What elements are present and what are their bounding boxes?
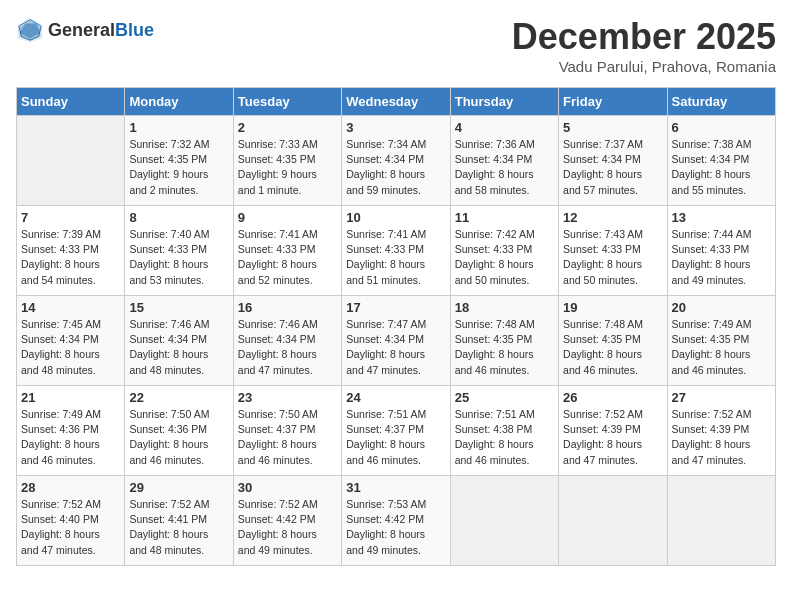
cell-info: Sunrise: 7:52 AMSunset: 4:39 PMDaylight:… [563,407,662,468]
cell-info: Sunrise: 7:40 AMSunset: 4:33 PMDaylight:… [129,227,228,288]
calendar-cell [17,116,125,206]
header: GeneralBlue December 2025 Vadu Parului, … [16,16,776,75]
week-row: 21Sunrise: 7:49 AMSunset: 4:36 PMDayligh… [17,386,776,476]
calendar-cell: 29Sunrise: 7:52 AMSunset: 4:41 PMDayligh… [125,476,233,566]
calendar-cell: 13Sunrise: 7:44 AMSunset: 4:33 PMDayligh… [667,206,775,296]
calendar-cell: 28Sunrise: 7:52 AMSunset: 4:40 PMDayligh… [17,476,125,566]
calendar-cell: 20Sunrise: 7:49 AMSunset: 4:35 PMDayligh… [667,296,775,386]
day-number: 19 [563,300,662,315]
day-number: 20 [672,300,771,315]
cell-info: Sunrise: 7:47 AMSunset: 4:34 PMDaylight:… [346,317,445,378]
month-title: December 2025 [512,16,776,58]
day-number: 24 [346,390,445,405]
calendar-cell: 23Sunrise: 7:50 AMSunset: 4:37 PMDayligh… [233,386,341,476]
subtitle: Vadu Parului, Prahova, Romania [512,58,776,75]
calendar-cell: 24Sunrise: 7:51 AMSunset: 4:37 PMDayligh… [342,386,450,476]
calendar-cell: 14Sunrise: 7:45 AMSunset: 4:34 PMDayligh… [17,296,125,386]
day-number: 25 [455,390,554,405]
day-number: 8 [129,210,228,225]
day-number: 18 [455,300,554,315]
day-number: 27 [672,390,771,405]
logo: GeneralBlue [16,16,154,44]
cell-info: Sunrise: 7:50 AMSunset: 4:36 PMDaylight:… [129,407,228,468]
cell-info: Sunrise: 7:52 AMSunset: 4:40 PMDaylight:… [21,497,120,558]
cell-info: Sunrise: 7:42 AMSunset: 4:33 PMDaylight:… [455,227,554,288]
cell-info: Sunrise: 7:33 AMSunset: 4:35 PMDaylight:… [238,137,337,198]
day-number: 1 [129,120,228,135]
day-header: Thursday [450,88,558,116]
calendar-cell: 18Sunrise: 7:48 AMSunset: 4:35 PMDayligh… [450,296,558,386]
calendar-cell: 5Sunrise: 7:37 AMSunset: 4:34 PMDaylight… [559,116,667,206]
cell-info: Sunrise: 7:44 AMSunset: 4:33 PMDaylight:… [672,227,771,288]
week-row: 28Sunrise: 7:52 AMSunset: 4:40 PMDayligh… [17,476,776,566]
calendar-cell: 22Sunrise: 7:50 AMSunset: 4:36 PMDayligh… [125,386,233,476]
cell-info: Sunrise: 7:48 AMSunset: 4:35 PMDaylight:… [455,317,554,378]
day-number: 22 [129,390,228,405]
day-header: Sunday [17,88,125,116]
calendar-cell: 16Sunrise: 7:46 AMSunset: 4:34 PMDayligh… [233,296,341,386]
calendar-cell: 26Sunrise: 7:52 AMSunset: 4:39 PMDayligh… [559,386,667,476]
day-header: Saturday [667,88,775,116]
day-number: 13 [672,210,771,225]
calendar-cell: 10Sunrise: 7:41 AMSunset: 4:33 PMDayligh… [342,206,450,296]
cell-info: Sunrise: 7:43 AMSunset: 4:33 PMDaylight:… [563,227,662,288]
week-row: 7Sunrise: 7:39 AMSunset: 4:33 PMDaylight… [17,206,776,296]
day-number: 16 [238,300,337,315]
week-row: 14Sunrise: 7:45 AMSunset: 4:34 PMDayligh… [17,296,776,386]
calendar-cell: 6Sunrise: 7:38 AMSunset: 4:34 PMDaylight… [667,116,775,206]
day-header: Friday [559,88,667,116]
day-number: 4 [455,120,554,135]
calendar-cell: 21Sunrise: 7:49 AMSunset: 4:36 PMDayligh… [17,386,125,476]
calendar-cell: 12Sunrise: 7:43 AMSunset: 4:33 PMDayligh… [559,206,667,296]
day-header: Wednesday [342,88,450,116]
logo-text: GeneralBlue [48,20,154,41]
cell-info: Sunrise: 7:52 AMSunset: 4:42 PMDaylight:… [238,497,337,558]
day-number: 30 [238,480,337,495]
cell-info: Sunrise: 7:49 AMSunset: 4:36 PMDaylight:… [21,407,120,468]
cell-info: Sunrise: 7:52 AMSunset: 4:41 PMDaylight:… [129,497,228,558]
calendar-cell: 31Sunrise: 7:53 AMSunset: 4:42 PMDayligh… [342,476,450,566]
day-number: 26 [563,390,662,405]
day-number: 17 [346,300,445,315]
cell-info: Sunrise: 7:34 AMSunset: 4:34 PMDaylight:… [346,137,445,198]
calendar-cell: 8Sunrise: 7:40 AMSunset: 4:33 PMDaylight… [125,206,233,296]
calendar-cell [450,476,558,566]
day-number: 5 [563,120,662,135]
calendar-cell: 9Sunrise: 7:41 AMSunset: 4:33 PMDaylight… [233,206,341,296]
week-row: 1Sunrise: 7:32 AMSunset: 4:35 PMDaylight… [17,116,776,206]
cell-info: Sunrise: 7:51 AMSunset: 4:37 PMDaylight:… [346,407,445,468]
day-number: 3 [346,120,445,135]
day-number: 23 [238,390,337,405]
calendar-cell: 27Sunrise: 7:52 AMSunset: 4:39 PMDayligh… [667,386,775,476]
day-number: 15 [129,300,228,315]
cell-info: Sunrise: 7:38 AMSunset: 4:34 PMDaylight:… [672,137,771,198]
day-number: 29 [129,480,228,495]
cell-info: Sunrise: 7:46 AMSunset: 4:34 PMDaylight:… [129,317,228,378]
cell-info: Sunrise: 7:41 AMSunset: 4:33 PMDaylight:… [346,227,445,288]
cell-info: Sunrise: 7:49 AMSunset: 4:35 PMDaylight:… [672,317,771,378]
calendar-table: SundayMondayTuesdayWednesdayThursdayFrid… [16,87,776,566]
cell-info: Sunrise: 7:53 AMSunset: 4:42 PMDaylight:… [346,497,445,558]
day-number: 2 [238,120,337,135]
calendar-cell: 2Sunrise: 7:33 AMSunset: 4:35 PMDaylight… [233,116,341,206]
day-number: 6 [672,120,771,135]
cell-info: Sunrise: 7:50 AMSunset: 4:37 PMDaylight:… [238,407,337,468]
day-number: 12 [563,210,662,225]
day-header: Monday [125,88,233,116]
cell-info: Sunrise: 7:39 AMSunset: 4:33 PMDaylight:… [21,227,120,288]
calendar-cell [559,476,667,566]
day-number: 9 [238,210,337,225]
header-row: SundayMondayTuesdayWednesdayThursdayFrid… [17,88,776,116]
calendar-cell: 11Sunrise: 7:42 AMSunset: 4:33 PMDayligh… [450,206,558,296]
day-number: 31 [346,480,445,495]
cell-info: Sunrise: 7:52 AMSunset: 4:39 PMDaylight:… [672,407,771,468]
cell-info: Sunrise: 7:51 AMSunset: 4:38 PMDaylight:… [455,407,554,468]
calendar-cell: 4Sunrise: 7:36 AMSunset: 4:34 PMDaylight… [450,116,558,206]
cell-info: Sunrise: 7:41 AMSunset: 4:33 PMDaylight:… [238,227,337,288]
calendar-cell: 19Sunrise: 7:48 AMSunset: 4:35 PMDayligh… [559,296,667,386]
cell-info: Sunrise: 7:48 AMSunset: 4:35 PMDaylight:… [563,317,662,378]
calendar-cell: 30Sunrise: 7:52 AMSunset: 4:42 PMDayligh… [233,476,341,566]
calendar-cell: 3Sunrise: 7:34 AMSunset: 4:34 PMDaylight… [342,116,450,206]
day-number: 11 [455,210,554,225]
day-number: 21 [21,390,120,405]
